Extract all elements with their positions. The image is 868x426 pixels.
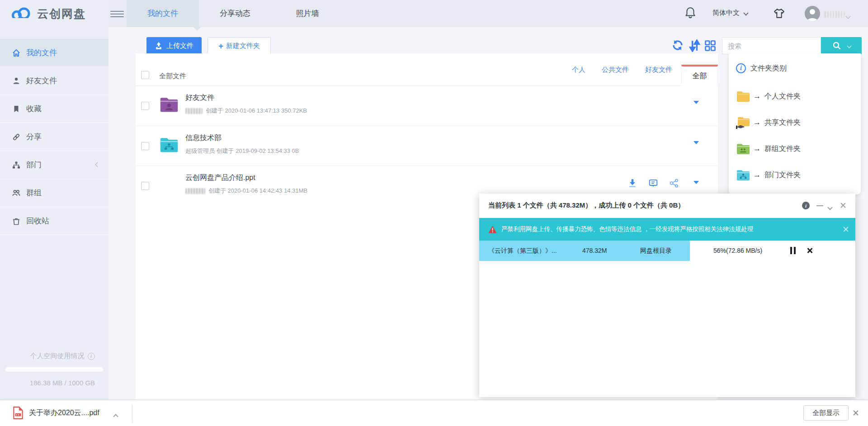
downloaded-file-name[interactable]: 关于举办2020云....pdf xyxy=(29,408,99,418)
grid-icon xyxy=(704,40,716,52)
sidebar-item-share[interactable]: 分享 xyxy=(0,123,108,151)
pause-upload-button[interactable] xyxy=(790,247,796,254)
file-meta-text: 超级管理员 创建于 2019-09-02 13:54:33 0B xyxy=(185,147,299,155)
filter-tab-personal[interactable]: 个人 xyxy=(572,66,585,74)
uploading-file-row: 《云计算（第三版）》... 478.32M 网盘根目录 56%(72.86 MB… xyxy=(479,241,855,261)
sidebar-item-department[interactable]: 部门 xyxy=(0,151,108,179)
chevron-down-icon xyxy=(845,14,850,19)
cancel-upload-button[interactable] xyxy=(807,247,813,254)
file-meta-text: 创建于 2020-01-06 13:47:13 350.72KB xyxy=(206,107,307,115)
download-button[interactable] xyxy=(627,178,637,188)
sidebar-item-groups[interactable]: 群组 xyxy=(0,179,108,207)
sidebar-item-label: 部门 xyxy=(26,160,42,170)
app-logo[interactable]: 云创网盘 xyxy=(0,0,108,27)
arrow-icon: → xyxy=(753,144,761,153)
sidebar-item-label: 我的文件 xyxy=(26,47,57,58)
file-row[interactable]: 好友文件 创建于 2020-01-06 13:47:13 350.72KB xyxy=(136,86,718,126)
grid-view-button[interactable] xyxy=(704,40,716,52)
upload-warning-banner: 严禁利用网盘上传、传播暴力恐怖、色情等违法信息 ，一经发现将严格按照相关法律法规… xyxy=(479,218,855,241)
refresh-button[interactable] xyxy=(672,39,684,51)
file-name[interactable]: 信息技术部 xyxy=(185,133,222,143)
share-icon xyxy=(669,178,679,188)
new-folder-label: 新建文件夹 xyxy=(226,42,260,50)
notifications-button[interactable] xyxy=(684,6,696,21)
filter-tab-public[interactable]: 公共文件 xyxy=(602,66,629,74)
select-all-checkbox[interactable] xyxy=(141,71,149,79)
dismiss-warning-button[interactable] xyxy=(843,226,849,232)
language-selector[interactable]: 简体中文 xyxy=(712,9,748,17)
nav-tab-photo-wall[interactable]: 照片墙 xyxy=(271,0,344,27)
divider xyxy=(132,404,132,423)
row-dropdown-button[interactable] xyxy=(693,104,699,112)
info-icon[interactable]: i xyxy=(88,353,95,360)
sidebar-item-friend-files[interactable]: 好友文件 xyxy=(0,67,108,95)
share-button[interactable] xyxy=(669,178,679,188)
row-checkbox[interactable] xyxy=(141,182,149,190)
filter-tab-friends[interactable]: 好友文件 xyxy=(645,66,672,74)
file-row[interactable]: 信息技术部 超级管理员 创建于 2019-09-02 13:54:33 0B xyxy=(136,126,718,166)
user-menu-chevron[interactable] xyxy=(846,12,850,20)
show-all-downloads-button[interactable]: 全部显示 xyxy=(803,405,849,421)
app-title: 云创网盘 xyxy=(37,6,86,21)
close-panel-button[interactable] xyxy=(840,202,846,208)
app-root: 云创网盘 我的文件 分享动态 照片墙 简体中文 xyxy=(0,0,868,426)
pdf-file-icon xyxy=(13,406,24,421)
upload-panel: 当前列表 1 个文件（共 478.32M），成功上传 0 个文件（共 0B） i… xyxy=(479,194,855,397)
search-button[interactable] xyxy=(821,37,862,54)
caret-down-icon xyxy=(693,141,699,152)
upload-file-button[interactable]: 上传文件 xyxy=(146,37,202,54)
menu-toggle-button[interactable] xyxy=(110,9,124,18)
chevron-down-icon xyxy=(827,205,832,210)
link-icon xyxy=(12,133,21,142)
file-name[interactable]: 云创网盘产品介绍.ppt xyxy=(185,173,255,183)
sidebar-nav: 我的文件 好友文件 收藏 xyxy=(0,39,108,235)
sidebar-item-favorites[interactable]: 收藏 xyxy=(0,95,108,123)
search-input[interactable] xyxy=(722,37,821,54)
collapse-chevron-icon[interactable] xyxy=(95,162,100,167)
warning-text: 严禁利用网盘上传、传播暴力恐怖、色情等违法信息 ，一经发现将严格按照相关法律法规… xyxy=(501,225,753,233)
file-meta-text: 创建于 2020-01-06 14:42:43 14.31MB xyxy=(208,187,307,195)
bookmark-icon xyxy=(12,104,21,114)
info-icon[interactable]: i xyxy=(802,202,810,209)
arrow-icon: → xyxy=(753,118,761,127)
row-checkbox[interactable] xyxy=(141,142,149,150)
sidebar-item-my-files[interactable]: 我的文件 xyxy=(0,39,108,67)
sidebar-item-label: 回收站 xyxy=(26,216,49,226)
close-download-bar-button[interactable] xyxy=(853,410,859,416)
row-checkbox[interactable] xyxy=(141,102,149,110)
uploading-file-name: 《云计算（第三版）》... xyxy=(488,247,557,255)
row-dropdown-button[interactable] xyxy=(693,184,699,192)
upload-button-label: 上传文件 xyxy=(166,42,193,50)
collapse-panel-button[interactable] xyxy=(828,203,832,211)
sort-button[interactable] xyxy=(689,39,700,51)
minimize-button[interactable] xyxy=(816,205,823,206)
new-folder-button[interactable]: + 新建文件夹 xyxy=(208,37,271,54)
top-nav: 我的文件 分享动态 照片墙 xyxy=(127,0,344,27)
nav-tab-share-feed[interactable]: 分享动态 xyxy=(199,0,271,27)
file-meta: 创建于 2020-01-06 14:42:43 14.31MB xyxy=(185,187,307,195)
legend-item-label: 部门文件夹 xyxy=(764,170,801,180)
sidebar: 我的文件 好友文件 收藏 xyxy=(0,27,108,400)
info-icon: i xyxy=(736,63,746,73)
upload-panel-header: 当前列表 1 个文件（共 478.32M），成功上传 0 个文件（共 0B） i xyxy=(479,194,855,218)
download-item-menu-button[interactable] xyxy=(114,412,118,420)
filter-tab-all-active[interactable]: 全部 xyxy=(681,65,718,86)
sidebar-item-label: 群组 xyxy=(26,188,42,198)
comment-icon xyxy=(648,178,658,188)
nav-tab-my-files[interactable]: 我的文件 xyxy=(127,0,199,27)
row-dropdown-button[interactable] xyxy=(693,144,699,152)
arrow-icon: → xyxy=(753,92,761,101)
sort-arrows-icon xyxy=(689,39,700,52)
legend-item-label: 群组文件夹 xyxy=(764,144,801,154)
owner-redacted xyxy=(185,188,205,194)
file-meta: 创建于 2020-01-06 13:47:13 350.72KB xyxy=(185,107,307,115)
theme-button[interactable] xyxy=(773,8,785,21)
top-header: 云创网盘 我的文件 分享动态 照片墙 简体中文 xyxy=(0,0,868,27)
avatar[interactable] xyxy=(805,6,820,21)
file-name[interactable]: 好友文件 xyxy=(185,93,214,103)
org-chart-icon xyxy=(12,161,21,170)
comment-button[interactable] xyxy=(648,178,658,188)
legend-item-shared: → 共享文件夹 xyxy=(729,109,861,136)
sidebar-item-recycle-bin[interactable]: 回收站 xyxy=(0,207,108,235)
sidebar-item-label: 好友文件 xyxy=(26,76,57,86)
